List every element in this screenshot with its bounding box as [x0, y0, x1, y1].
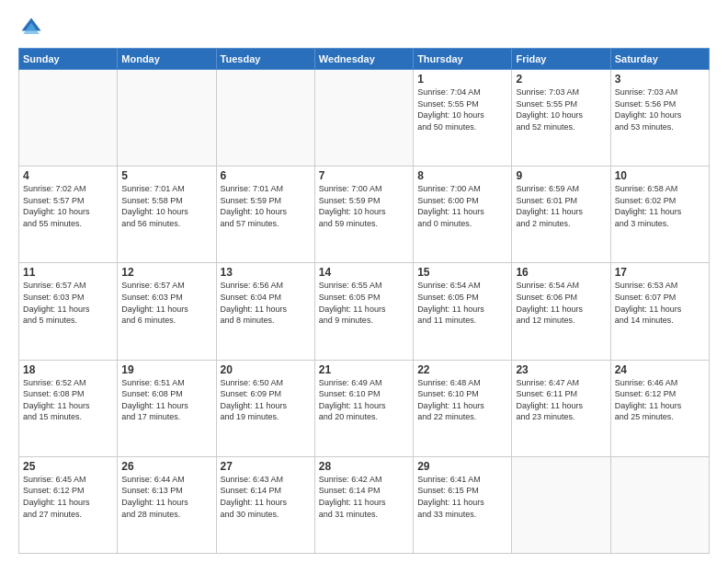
day-info: Sunrise: 7:01 AMSunset: 5:58 PMDaylight:…: [121, 183, 211, 229]
calendar-cell: [512, 456, 610, 553]
day-info: Sunrise: 6:45 AMSunset: 6:12 PMDaylight:…: [23, 474, 113, 520]
day-info: Sunrise: 6:55 AMSunset: 6:05 PMDaylight:…: [319, 280, 409, 326]
weekday-header-saturday: Saturday: [610, 49, 709, 70]
day-number: 23: [516, 363, 606, 376]
logo: [18, 15, 48, 40]
day-info: Sunrise: 6:48 AMSunset: 6:10 PMDaylight:…: [417, 377, 507, 423]
day-number: 2: [516, 73, 606, 86]
calendar-cell: 17Sunrise: 6:53 AMSunset: 6:07 PMDayligh…: [610, 263, 709, 360]
calendar-cell: 19Sunrise: 6:51 AMSunset: 6:08 PMDayligh…: [118, 360, 216, 456]
calendar-cell: 8Sunrise: 7:00 AMSunset: 6:00 PMDaylight…: [414, 167, 512, 263]
calendar-cell: 18Sunrise: 6:52 AMSunset: 6:08 PMDayligh…: [19, 360, 118, 456]
day-info: Sunrise: 7:00 AMSunset: 5:59 PMDaylight:…: [319, 183, 409, 229]
day-number: 11: [23, 266, 113, 279]
calendar-cell: 3Sunrise: 7:03 AMSunset: 5:56 PMDaylight…: [610, 70, 709, 167]
calendar-week-3: 11Sunrise: 6:57 AMSunset: 6:03 PMDayligh…: [19, 263, 710, 360]
calendar-cell: [610, 456, 709, 553]
calendar-header: SundayMondayTuesdayWednesdayThursdayFrid…: [19, 49, 710, 70]
calendar-cell: 22Sunrise: 6:48 AMSunset: 6:10 PMDayligh…: [414, 360, 512, 456]
day-info: Sunrise: 6:57 AMSunset: 6:03 PMDaylight:…: [23, 280, 113, 326]
calendar-cell: 2Sunrise: 7:03 AMSunset: 5:55 PMDaylight…: [512, 70, 610, 167]
calendar-cell: 25Sunrise: 6:45 AMSunset: 6:12 PMDayligh…: [19, 456, 118, 553]
day-info: Sunrise: 6:54 AMSunset: 6:06 PMDaylight:…: [516, 280, 606, 326]
calendar-cell: 14Sunrise: 6:55 AMSunset: 6:05 PMDayligh…: [314, 263, 413, 360]
calendar-body: 1Sunrise: 7:04 AMSunset: 5:55 PMDaylight…: [19, 70, 710, 554]
day-number: 13: [221, 266, 311, 279]
calendar-week-4: 18Sunrise: 6:52 AMSunset: 6:08 PMDayligh…: [19, 360, 710, 456]
day-number: 18: [23, 363, 113, 376]
day-info: Sunrise: 6:57 AMSunset: 6:03 PMDaylight:…: [121, 280, 211, 326]
calendar-cell: 29Sunrise: 6:41 AMSunset: 6:15 PMDayligh…: [414, 456, 512, 553]
day-info: Sunrise: 6:51 AMSunset: 6:08 PMDaylight:…: [121, 377, 211, 423]
day-info: Sunrise: 7:03 AMSunset: 5:56 PMDaylight:…: [615, 86, 705, 132]
day-info: Sunrise: 6:52 AMSunset: 6:08 PMDaylight:…: [23, 377, 113, 423]
calendar-cell: 21Sunrise: 6:49 AMSunset: 6:10 PMDayligh…: [314, 360, 413, 456]
calendar-cell: 24Sunrise: 6:46 AMSunset: 6:12 PMDayligh…: [610, 360, 709, 456]
day-info: Sunrise: 6:54 AMSunset: 6:05 PMDaylight:…: [417, 280, 507, 326]
calendar-week-1: 1Sunrise: 7:04 AMSunset: 5:55 PMDaylight…: [19, 70, 710, 167]
day-number: 12: [121, 266, 211, 279]
calendar-cell: [118, 70, 216, 167]
weekday-header-wednesday: Wednesday: [314, 49, 413, 70]
calendar-cell: 20Sunrise: 6:50 AMSunset: 6:09 PMDayligh…: [216, 360, 314, 456]
day-info: Sunrise: 6:44 AMSunset: 6:13 PMDaylight:…: [121, 474, 211, 520]
day-number: 29: [417, 460, 507, 473]
day-info: Sunrise: 6:41 AMSunset: 6:15 PMDaylight:…: [417, 474, 507, 520]
calendar-cell: 6Sunrise: 7:01 AMSunset: 5:59 PMDaylight…: [216, 167, 314, 263]
weekday-header-row: SundayMondayTuesdayWednesdayThursdayFrid…: [19, 49, 710, 70]
day-info: Sunrise: 6:42 AMSunset: 6:14 PMDaylight:…: [319, 474, 409, 520]
day-info: Sunrise: 7:00 AMSunset: 6:00 PMDaylight:…: [417, 183, 507, 229]
calendar-cell: 27Sunrise: 6:43 AMSunset: 6:14 PMDayligh…: [216, 456, 314, 553]
calendar-cell: 7Sunrise: 7:00 AMSunset: 5:59 PMDaylight…: [314, 167, 413, 263]
calendar-page: SundayMondayTuesdayWednesdayThursdayFrid…: [0, 0, 728, 563]
calendar-week-2: 4Sunrise: 7:02 AMSunset: 5:57 PMDaylight…: [19, 167, 710, 263]
calendar-cell: [314, 70, 413, 167]
day-number: 15: [417, 266, 507, 279]
day-number: 17: [615, 266, 705, 279]
day-number: 6: [221, 169, 311, 182]
day-info: Sunrise: 6:56 AMSunset: 6:04 PMDaylight:…: [221, 280, 311, 326]
day-info: Sunrise: 7:01 AMSunset: 5:59 PMDaylight:…: [221, 183, 311, 229]
day-number: 19: [121, 363, 211, 376]
calendar-cell: 5Sunrise: 7:01 AMSunset: 5:58 PMDaylight…: [118, 167, 216, 263]
weekday-header-friday: Friday: [512, 49, 610, 70]
day-info: Sunrise: 6:49 AMSunset: 6:10 PMDaylight:…: [319, 377, 409, 423]
day-info: Sunrise: 7:02 AMSunset: 5:57 PMDaylight:…: [23, 183, 113, 229]
day-number: 16: [516, 266, 606, 279]
calendar-week-5: 25Sunrise: 6:45 AMSunset: 6:12 PMDayligh…: [19, 456, 710, 553]
weekday-header-sunday: Sunday: [19, 49, 118, 70]
day-info: Sunrise: 6:59 AMSunset: 6:01 PMDaylight:…: [516, 183, 606, 229]
calendar-cell: 1Sunrise: 7:04 AMSunset: 5:55 PMDaylight…: [414, 70, 512, 167]
day-number: 26: [121, 460, 211, 473]
weekday-header-thursday: Thursday: [414, 49, 512, 70]
day-info: Sunrise: 6:58 AMSunset: 6:02 PMDaylight:…: [615, 183, 705, 229]
calendar-cell: 11Sunrise: 6:57 AMSunset: 6:03 PMDayligh…: [19, 263, 118, 360]
day-number: 10: [615, 169, 705, 182]
day-number: 25: [23, 460, 113, 473]
day-info: Sunrise: 7:03 AMSunset: 5:55 PMDaylight:…: [516, 86, 606, 132]
header: [18, 15, 710, 40]
day-number: 20: [221, 363, 311, 376]
calendar-cell: [19, 70, 118, 167]
weekday-header-monday: Monday: [118, 49, 216, 70]
calendar-cell: 26Sunrise: 6:44 AMSunset: 6:13 PMDayligh…: [118, 456, 216, 553]
calendar-cell: 9Sunrise: 6:59 AMSunset: 6:01 PMDaylight…: [512, 167, 610, 263]
calendar-table: SundayMondayTuesdayWednesdayThursdayFrid…: [18, 48, 710, 554]
calendar-cell: 13Sunrise: 6:56 AMSunset: 6:04 PMDayligh…: [216, 263, 314, 360]
calendar-cell: 12Sunrise: 6:57 AMSunset: 6:03 PMDayligh…: [118, 263, 216, 360]
calendar-cell: 4Sunrise: 7:02 AMSunset: 5:57 PMDaylight…: [19, 167, 118, 263]
day-number: 24: [615, 363, 705, 376]
day-number: 5: [121, 169, 211, 182]
calendar-cell: 15Sunrise: 6:54 AMSunset: 6:05 PMDayligh…: [414, 263, 512, 360]
day-number: 7: [319, 169, 409, 182]
day-info: Sunrise: 6:53 AMSunset: 6:07 PMDaylight:…: [615, 280, 705, 326]
day-number: 3: [615, 73, 705, 86]
calendar-cell: 23Sunrise: 6:47 AMSunset: 6:11 PMDayligh…: [512, 360, 610, 456]
calendar-cell: 28Sunrise: 6:42 AMSunset: 6:14 PMDayligh…: [314, 456, 413, 553]
day-info: Sunrise: 6:46 AMSunset: 6:12 PMDaylight:…: [615, 377, 705, 423]
weekday-header-tuesday: Tuesday: [216, 49, 314, 70]
calendar-cell: 10Sunrise: 6:58 AMSunset: 6:02 PMDayligh…: [610, 167, 709, 263]
calendar-cell: [216, 70, 314, 167]
day-info: Sunrise: 7:04 AMSunset: 5:55 PMDaylight:…: [417, 86, 507, 132]
day-number: 4: [23, 169, 113, 182]
